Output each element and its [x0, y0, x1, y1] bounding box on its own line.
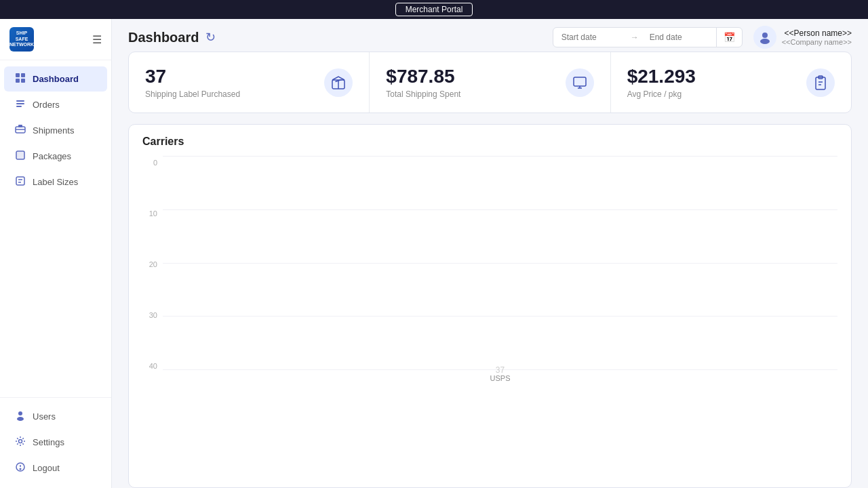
stat-label-0: Shipping Label Purchased	[145, 89, 240, 99]
main-content: Dashboard ↻ → 📅	[112, 19, 868, 488]
user-name: <<Person name>>	[782, 28, 852, 38]
svg-rect-8	[18, 125, 22, 127]
nav-label-shipments: Shipments	[33, 125, 74, 136]
user-company: <<Company name>>	[782, 38, 852, 46]
end-date-input[interactable]	[642, 28, 716, 46]
y-axis-label: 0	[142, 159, 157, 167]
y-axis-label: 20	[142, 260, 157, 268]
stat-info-2: $21.293 Avg Price / pkg	[627, 66, 696, 99]
nav-icon-logout	[15, 462, 26, 474]
svg-rect-1	[21, 73, 25, 77]
stat-value-1: $787.85	[386, 66, 460, 87]
stat-card-1: $787.85 Total Shipping Spent	[370, 52, 610, 113]
nav-icon-users	[15, 410, 26, 423]
svg-point-17	[20, 468, 21, 470]
calendar-icon[interactable]: 📅	[716, 28, 742, 47]
merchant-portal-button[interactable]: Merchant Portal	[395, 3, 473, 16]
start-date-input[interactable]	[553, 28, 628, 46]
chart-x-labels: USPS	[163, 370, 837, 386]
nav-icon-orders	[15, 98, 26, 111]
date-range-picker: → 📅	[553, 27, 743, 47]
stat-info-1: $787.85 Total Shipping Spent	[386, 66, 460, 99]
chart-bars: 37	[163, 156, 837, 370]
stat-label-2: Avg Price / pkg	[627, 89, 696, 99]
nav-label-users: Users	[33, 411, 56, 422]
carriers-title: Carriers	[142, 136, 837, 148]
nav-label-packages: Packages	[33, 151, 71, 161]
svg-rect-5	[16, 103, 24, 104]
svg-rect-4	[16, 100, 24, 102]
carriers-section: Carriers 403020100 37 USPS	[128, 124, 852, 488]
sidebar-bottom: Users Settings Logout	[0, 397, 111, 488]
nav-icon-label-sizes	[15, 176, 26, 188]
sidebar-item-settings[interactable]: Settings	[4, 430, 107, 455]
topbar: Merchant Portal	[0, 0, 868, 19]
sidebar-nav: Dashboard Orders Shipments Packages Labe…	[0, 60, 111, 397]
sidebar-header: SHIP SAFENETWORK ☰	[0, 19, 111, 60]
svg-point-19	[760, 39, 770, 44]
hamburger-icon[interactable]: ☰	[92, 33, 102, 46]
chart-y-axis: 403020100	[142, 156, 163, 386]
sidebar-item-label-sizes[interactable]: Label Sizes	[4, 169, 107, 195]
nav-icon-settings	[15, 436, 26, 449]
svg-rect-21	[574, 77, 586, 86]
y-axis-label: 30	[142, 311, 157, 319]
sidebar: SHIP SAFENETWORK ☰ Dashboard Orders Ship…	[0, 19, 112, 488]
sidebar-item-shipments[interactable]: Shipments	[4, 118, 107, 143]
svg-rect-10	[16, 151, 24, 159]
carriers-chart: 403020100 37 USPS	[142, 156, 837, 386]
sidebar-item-dashboard[interactable]: Dashboard	[4, 66, 107, 92]
stat-info-0: 37 Shipping Label Purchased	[145, 66, 240, 99]
content-header-bar: Dashboard ↻ → 📅	[112, 19, 868, 52]
nav-icon-packages	[15, 150, 26, 163]
nav-label-dashboard: Dashboard	[33, 74, 79, 84]
chart-main: 37 USPS	[163, 156, 837, 386]
nav-label-label-sizes: Label Sizes	[33, 177, 78, 187]
svg-point-12	[18, 411, 22, 415]
svg-point-14	[19, 440, 22, 443]
date-arrow-icon: →	[628, 33, 642, 42]
logo: SHIP SAFENETWORK	[9, 27, 34, 52]
svg-rect-3	[21, 79, 25, 83]
x-label-usps: USPS	[290, 374, 711, 382]
avatar	[753, 26, 776, 49]
stat-label-1: Total Shipping Spent	[386, 89, 460, 99]
refresh-icon[interactable]: ↻	[205, 30, 216, 45]
stat-value-0: 37	[145, 66, 240, 87]
user-info: <<Person name>> <<Company name>>	[753, 26, 852, 49]
svg-rect-0	[16, 73, 20, 77]
stat-icon-2	[806, 68, 835, 97]
stat-icon-1	[566, 68, 594, 97]
user-text-block: <<Person name>> <<Company name>>	[782, 28, 852, 46]
nav-icon-shipments	[15, 124, 26, 137]
nav-label-orders: Orders	[33, 100, 60, 110]
svg-point-18	[762, 33, 768, 38]
svg-rect-2	[16, 79, 20, 83]
nav-label-settings: Settings	[33, 437, 64, 447]
sidebar-item-logout[interactable]: Logout	[4, 455, 107, 481]
svg-point-13	[17, 417, 24, 421]
sidebar-item-packages[interactable]: Packages	[4, 144, 107, 169]
page-title: Dashboard	[128, 30, 199, 45]
stat-icon-0	[324, 68, 353, 97]
dashboard-title-row: Dashboard ↻	[128, 30, 216, 45]
y-axis-label: 40	[142, 362, 157, 370]
nav-icon-dashboard	[15, 73, 26, 85]
stat-card-2: $21.293 Avg Price / pkg	[611, 52, 851, 113]
y-axis-label: 10	[142, 209, 157, 218]
nav-label-logout: Logout	[33, 463, 60, 473]
stats-row: 37 Shipping Label Purchased $787.85 Tota…	[128, 52, 852, 113]
svg-rect-11	[16, 177, 24, 185]
svg-rect-6	[16, 106, 22, 107]
sidebar-item-users[interactable]: Users	[4, 404, 107, 429]
stat-card-0: 37 Shipping Label Purchased	[129, 52, 370, 113]
stat-value-2: $21.293	[627, 66, 696, 87]
sidebar-item-orders[interactable]: Orders	[4, 92, 107, 117]
